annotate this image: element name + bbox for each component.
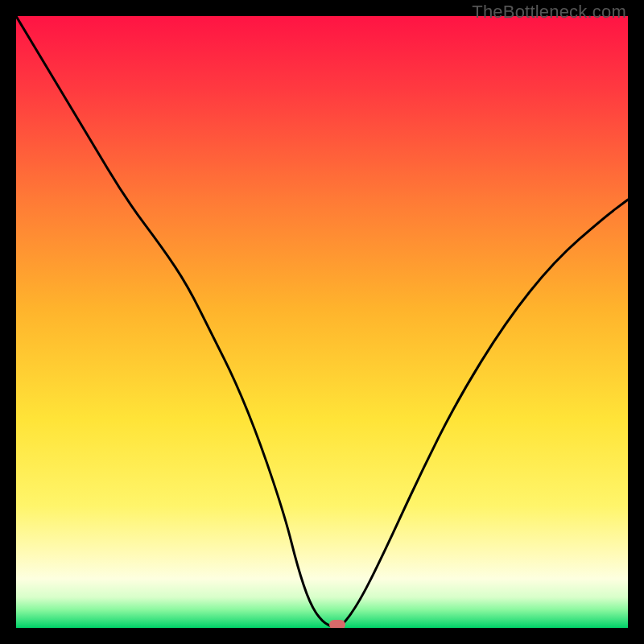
chart-container: TheBottleneck.com [0,0,644,644]
watermark-text: TheBottleneck.com [472,2,626,23]
optimal-marker [329,620,345,628]
plot-area [16,16,628,628]
bottleneck-curve [16,16,628,628]
